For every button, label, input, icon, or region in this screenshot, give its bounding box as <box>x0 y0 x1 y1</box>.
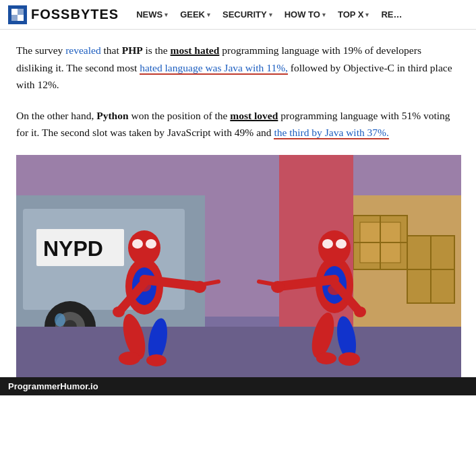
site-logo-text: FOSSBYTES <box>31 7 119 22</box>
navbar: FOSSBYTES NEWS ▾ GEEK ▾ SECURITY ▾ HOW T… <box>0 0 476 30</box>
nav-news-label: NEWS <box>136 9 162 20</box>
svg-text:NYPD: NYPD <box>43 236 103 261</box>
svg-point-47 <box>322 239 333 249</box>
chevron-down-icon: ▾ <box>269 11 272 18</box>
nav-item-topx[interactable]: TOP X ▾ <box>332 9 375 20</box>
nav-item-geek[interactable]: GEEK ▾ <box>175 9 216 20</box>
svg-point-13 <box>55 313 65 327</box>
link-java-hated[interactable]: hated language was Java with 11%, <box>140 62 288 75</box>
svg-point-48 <box>336 239 347 249</box>
article-content: The survey revealed that PHP is the most… <box>0 30 476 377</box>
svg-rect-1 <box>18 9 24 15</box>
svg-line-49 <box>279 280 334 286</box>
svg-point-38 <box>113 306 125 317</box>
chevron-down-icon: ▾ <box>365 11 369 18</box>
logo-area[interactable]: FOSSBYTES <box>8 5 119 24</box>
text-php: PHP <box>122 44 143 56</box>
footer-text: ProgrammerHumor.io <box>8 381 98 391</box>
text-most-loved: most loved <box>230 110 278 121</box>
text-most-hated: most hated <box>171 44 220 56</box>
svg-rect-2 <box>11 15 18 21</box>
paragraph-1: The survey revealed that PHP is the most… <box>16 42 460 94</box>
nav-topx-label: TOP X <box>338 9 364 20</box>
nav-items: NEWS ▾ GEEK ▾ SECURITY ▾ HOW TO ▾ TOP X … <box>131 9 407 20</box>
paragraph-2: On the other hand, Python won the positi… <box>16 107 460 141</box>
nav-geek-label: GEEK <box>180 9 205 20</box>
svg-line-36 <box>204 282 218 284</box>
nav-item-more[interactable]: RE… <box>376 9 407 20</box>
link-revealed[interactable]: revealed <box>65 44 101 56</box>
nav-item-howto[interactable]: HOW TO ▾ <box>279 9 331 20</box>
svg-rect-0 <box>11 9 18 15</box>
footer-bar: ProgrammerHumor.io <box>0 377 476 395</box>
svg-point-42 <box>338 352 360 366</box>
svg-point-26 <box>119 352 140 365</box>
meme-image: NYPD <box>16 155 461 377</box>
svg-point-53 <box>354 306 366 317</box>
link-java-third[interactable]: the third by Java with 37%. <box>274 127 388 139</box>
svg-point-46 <box>318 230 351 265</box>
chevron-down-icon: ▾ <box>322 11 326 18</box>
nav-item-security[interactable]: SECURITY ▾ <box>217 9 278 20</box>
nav-item-news[interactable]: NEWS ▾ <box>131 9 173 20</box>
svg-rect-3 <box>18 15 24 21</box>
svg-point-31 <box>128 230 160 265</box>
svg-point-41 <box>316 352 336 364</box>
svg-line-34 <box>144 280 198 286</box>
nav-howto-label: HOW TO <box>285 9 320 20</box>
svg-line-51 <box>259 282 274 284</box>
svg-rect-23 <box>16 327 461 377</box>
nav-security-label: SECURITY <box>222 9 267 20</box>
logo-icon <box>8 5 27 24</box>
chevron-down-icon: ▾ <box>165 11 168 18</box>
text-python: Python <box>96 110 128 121</box>
svg-point-32 <box>132 239 143 249</box>
svg-point-33 <box>146 239 156 249</box>
nav-more-label: RE… <box>381 9 402 20</box>
chevron-down-icon: ▾ <box>207 11 210 18</box>
svg-point-27 <box>146 354 167 366</box>
